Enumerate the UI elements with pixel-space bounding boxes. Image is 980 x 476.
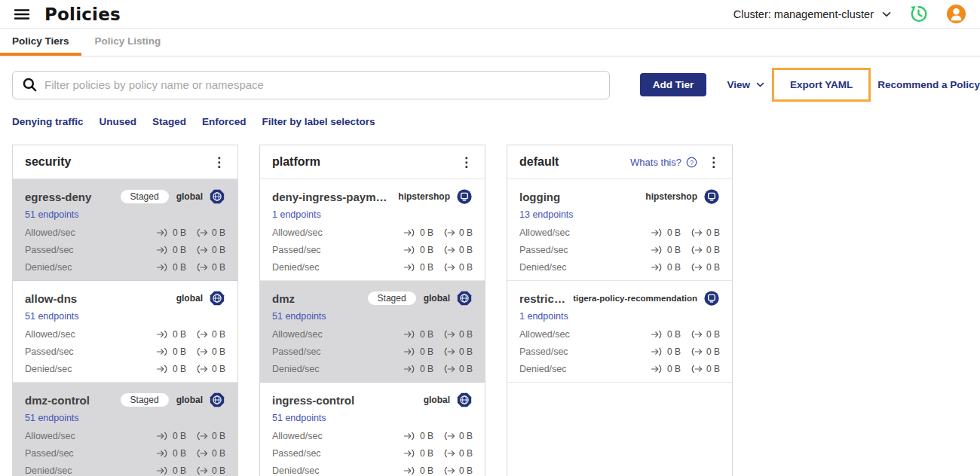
endpoints-link[interactable]: 51 endpoints: [272, 311, 326, 322]
whats-this-label: Whats this?: [630, 157, 681, 168]
filter-denying-traffic[interactable]: Denying traffic: [12, 116, 84, 127]
endpoints-link[interactable]: 51 endpoints: [272, 413, 326, 423]
hamburger-menu-icon[interactable]: [12, 5, 32, 24]
egress-value: 0 B: [459, 329, 473, 340]
egress-value: 0 B: [459, 346, 473, 357]
tab-policy-tiers[interactable]: Policy Tiers: [0, 29, 81, 56]
egress-value: 0 B: [459, 364, 473, 374]
tier-cards-default: logginghipstershop13 endpointsAllowed/se…: [507, 179, 732, 383]
ingress-value: 0 B: [667, 329, 681, 340]
tier-header-default: defaultWhats this??⋮: [507, 145, 732, 179]
egress-value: 0 B: [459, 245, 473, 255]
metric-label: Denied/sec: [272, 364, 320, 374]
ingress-arrow-icon: [403, 346, 416, 357]
tier-name: default: [519, 155, 559, 169]
egress-arrow-icon: [443, 329, 455, 340]
view-button[interactable]: View: [727, 79, 764, 90]
ingress-value: 0 B: [173, 262, 186, 273]
ingress-arrow-icon: [156, 364, 169, 374]
add-tier-button[interactable]: Add Tier: [640, 73, 707, 96]
cluster-selector[interactable]: Cluster: management-cluster: [733, 8, 891, 20]
policy-scope-label: global: [176, 293, 203, 304]
egress-value: 0 B: [706, 227, 720, 238]
tier-header-security: security⋮: [13, 145, 237, 179]
ingress-arrow-icon: [651, 227, 663, 238]
egress-arrow-icon: [690, 262, 703, 273]
metric-label: Passed/sec: [519, 245, 568, 255]
policy-card-ingress-control[interactable]: ingress-controlglobal51 endpointsAllowed…: [260, 383, 485, 476]
ingress-arrow-icon: [403, 431, 416, 441]
egress-value: 0 B: [459, 465, 473, 476]
filter-enforced[interactable]: Enforced: [202, 116, 247, 127]
metric-values: 0 B0 B: [156, 245, 225, 255]
metric-row: Passed/sec0 B0 B: [519, 244, 720, 255]
egress-arrow-icon: [195, 227, 208, 238]
namespace-scope-icon: [456, 188, 473, 205]
policy-name: ingress-control: [272, 394, 424, 407]
policy-card-dmz-control[interactable]: dmz-controlStagedglobal51 endpointsAllow…: [13, 383, 237, 476]
metric-values: 0 B0 B: [156, 227, 225, 238]
policy-scope-label: global: [176, 395, 203, 405]
metric-label: Denied/sec: [519, 364, 567, 374]
policy-scope-label: tigera-policy-recommendation: [573, 294, 697, 303]
policy-card-deny-ingress-paymentservi[interactable]: deny-ingress-paymentservi…hipstershop1 e…: [260, 179, 485, 281]
policy-filter-input[interactable]: [44, 78, 600, 91]
filter-unused[interactable]: Unused: [100, 116, 137, 127]
endpoints-link[interactable]: 51 endpoints: [25, 413, 79, 423]
toolbar: Add Tier View Export YAML Recommend a Po…: [0, 66, 980, 103]
ingress-value: 0 B: [667, 262, 681, 273]
metric-row: Denied/sec0 B0 B: [519, 261, 720, 273]
metric-row: Denied/sec0 B0 B: [272, 363, 473, 374]
metric-label: Passed/sec: [25, 346, 74, 357]
egress-arrow-icon: [195, 329, 208, 340]
global-scope-icon: [456, 392, 473, 408]
metric-row: Passed/sec0 B0 B: [519, 346, 720, 357]
policy-card-allow-dns[interactable]: allow-dnsglobal51 endpointsAllowed/sec0 …: [13, 281, 237, 383]
metric-values: 0 B0 B: [156, 346, 225, 357]
tier-menu-kebab-icon[interactable]: ⋮: [705, 156, 722, 169]
egress-arrow-icon: [195, 346, 208, 357]
endpoints-link[interactable]: 13 endpoints: [519, 209, 574, 220]
metric-values: 0 B0 B: [403, 448, 473, 459]
ingress-arrow-icon: [651, 245, 663, 255]
ingress-arrow-icon: [651, 346, 663, 357]
tier-menu-kebab-icon[interactable]: ⋮: [458, 156, 475, 169]
metric-row: Passed/sec0 B0 B: [272, 447, 473, 459]
policy-card-egress-deny[interactable]: egress-denyStagedglobal51 endpointsAllow…: [13, 179, 237, 281]
tab-policy-listing[interactable]: Policy Listing: [83, 29, 173, 56]
ingress-arrow-icon: [156, 346, 169, 357]
policy-card-logging[interactable]: logginghipstershop13 endpointsAllowed/se…: [507, 179, 732, 281]
export-yaml-button[interactable]: Export YAML: [790, 79, 853, 90]
ingress-arrow-icon: [403, 364, 416, 374]
endpoints-link[interactable]: 51 endpoints: [25, 311, 79, 322]
endpoints-link[interactable]: 51 endpoints: [25, 209, 79, 220]
metric-label: Allowed/sec: [25, 329, 75, 340]
ingress-value: 0 B: [173, 245, 186, 255]
ingress-value: 0 B: [173, 465, 186, 476]
egress-arrow-icon: [443, 431, 455, 441]
recommend-policy-button[interactable]: Recommend a Policy: [877, 79, 980, 90]
egress-value: 0 B: [212, 364, 225, 374]
tier-menu-kebab-icon[interactable]: ⋮: [210, 156, 228, 169]
metric-label: Allowed/sec: [519, 329, 570, 340]
ingress-value: 0 B: [667, 346, 681, 357]
metric-values: 0 B0 B: [651, 262, 720, 273]
metric-label: Denied/sec: [272, 465, 320, 476]
metric-label: Passed/sec: [25, 448, 74, 459]
user-avatar[interactable]: [946, 4, 966, 24]
policy-card-dmz[interactable]: dmzStagedglobal51 endpointsAllowed/sec0 …: [260, 281, 485, 383]
metric-values: 0 B0 B: [403, 245, 473, 255]
policy-card-restricted[interactable]: restrictedtigera-policy-recommendation1 …: [507, 281, 732, 383]
metric-label: Denied/sec: [272, 262, 320, 273]
endpoints-link[interactable]: 1 endpoints: [519, 311, 568, 322]
filter-by-label-selectors[interactable]: Filter by label selectors: [262, 116, 375, 127]
ingress-value: 0 B: [420, 431, 433, 441]
history-icon[interactable]: [908, 4, 929, 24]
ingress-value: 0 B: [173, 346, 186, 357]
whats-this-link[interactable]: Whats this??: [630, 157, 697, 168]
metric-row: Passed/sec0 B0 B: [272, 346, 473, 357]
endpoints-link[interactable]: 1 endpoints: [272, 209, 321, 220]
quick-filters: Denying traffic Unused Staged Enforced F…: [0, 115, 980, 128]
filter-staged[interactable]: Staged: [152, 116, 186, 127]
egress-arrow-icon: [195, 465, 208, 476]
